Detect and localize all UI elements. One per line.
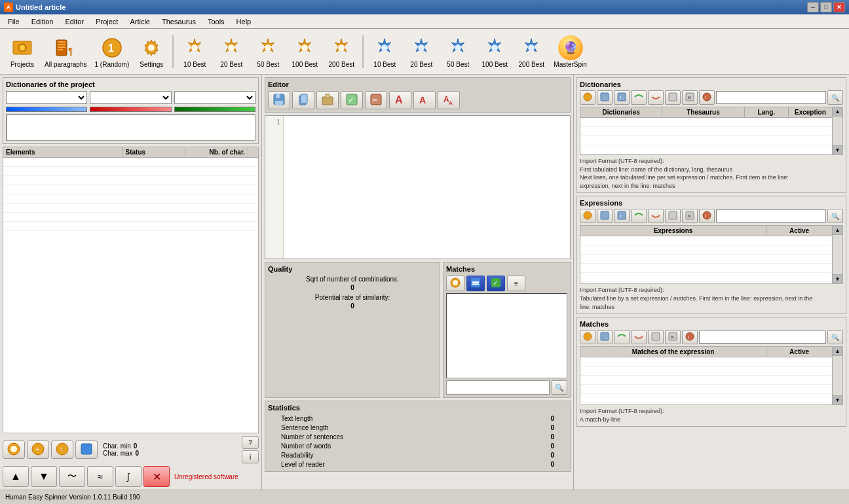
- re-btn-8[interactable]: !: [699, 209, 715, 223]
- re-btn-2[interactable]: [597, 209, 613, 223]
- maximize-button[interactable]: □: [820, 2, 832, 12]
- menu-help[interactable]: Help: [231, 16, 257, 27]
- rd-btn-3[interactable]: ↑: [614, 90, 630, 105]
- best100a-button[interactable]: 100 Best: [288, 34, 322, 69]
- ctrl-btn-2[interactable]: +: [27, 441, 49, 459]
- random-button[interactable]: 1 1 (Random): [92, 34, 132, 69]
- rm-btn-7[interactable]: !: [682, 330, 698, 344]
- info-btn-2[interactable]: i: [242, 450, 259, 463]
- rd-scrollbar[interactable]: ▲ ▼: [832, 107, 842, 154]
- re-btn-5[interactable]: [648, 209, 664, 223]
- re-btn-4[interactable]: [631, 209, 647, 223]
- info-btn-1[interactable]: ?: [242, 436, 259, 449]
- menu-thesaurus[interactable]: Thesaurus: [157, 16, 201, 27]
- ed-paste-btn[interactable]: [316, 91, 339, 109]
- masterspin-button[interactable]: 🔮 MasterSpin: [551, 34, 590, 69]
- right-matches-section: Matches ✕ ! 🔍 Matches of the expression …: [576, 317, 846, 427]
- close-button[interactable]: ✕: [833, 2, 845, 12]
- rm-btn-5[interactable]: [648, 330, 664, 344]
- stat-sentence-length-label: Sentence length: [281, 424, 328, 431]
- best20b-button[interactable]: 20 Best: [404, 34, 438, 69]
- projects-button[interactable]: Projects: [5, 34, 39, 69]
- svg-rect-64: [669, 211, 677, 219]
- ed-spell-btn[interactable]: ✓: [341, 91, 363, 109]
- rm-btn-3[interactable]: [614, 330, 630, 344]
- dict-project-section: Dictionaries of the project: [3, 77, 259, 144]
- settings-button[interactable]: Settings: [134, 34, 168, 69]
- menu-file[interactable]: File: [3, 16, 25, 27]
- best20a-icon: [219, 35, 244, 60]
- best50b-button[interactable]: 50 Best: [441, 34, 475, 69]
- ctrl-btn-1[interactable]: [3, 441, 25, 459]
- nav-wave2-btn[interactable]: ≈: [87, 466, 113, 487]
- ctrl-btn-4[interactable]: [75, 441, 98, 459]
- rm-btn-2[interactable]: [597, 330, 613, 344]
- ed-fontA-btn[interactable]: A: [389, 91, 411, 109]
- rd-btn-5[interactable]: [648, 90, 664, 105]
- ed-copy-btn[interactable]: [292, 91, 314, 109]
- ed-fontB-btn[interactable]: A: [413, 91, 436, 109]
- svg-rect-5: [58, 44, 66, 45]
- menu-edition[interactable]: Edition: [26, 16, 59, 27]
- rd-btn-2[interactable]: [597, 90, 613, 105]
- matches-btn-1[interactable]: [446, 276, 464, 291]
- ed-fontC-btn[interactable]: AA: [438, 91, 460, 109]
- rm-btn-4[interactable]: [631, 330, 647, 344]
- editor-textarea[interactable]: [284, 116, 570, 259]
- minimize-button[interactable]: ─: [807, 2, 819, 12]
- matches-btn-4[interactable]: ≡: [507, 276, 525, 291]
- menu-project[interactable]: Project: [90, 16, 123, 27]
- rm-btn-6[interactable]: ✕: [665, 330, 681, 344]
- svg-rect-48: [472, 283, 479, 285]
- menu-article[interactable]: Article: [124, 16, 155, 27]
- matches-search-btn[interactable]: 🔍: [552, 380, 567, 395]
- best50a-label: 50 Best: [257, 61, 279, 68]
- matches-btn-3[interactable]: ✓: [487, 276, 505, 291]
- best200b-button[interactable]: 200 Best: [514, 34, 548, 69]
- re-btn-3[interactable]: ↑: [614, 209, 630, 223]
- re-search-input[interactable]: [716, 209, 826, 223]
- best10b-button[interactable]: 10 Best: [368, 34, 402, 69]
- svg-point-45: [453, 280, 458, 285]
- nav-up-btn[interactable]: ▲: [3, 466, 29, 487]
- matches-input[interactable]: [446, 380, 550, 395]
- rd-search-btn[interactable]: 🔍: [827, 90, 843, 105]
- ctrl-btn-3[interactable]: ↑: [51, 441, 73, 459]
- rd-btn-4[interactable]: [631, 90, 647, 105]
- dict-dropdown-2[interactable]: [90, 91, 171, 104]
- editor-toolbar: ✓ ✂ A A AA: [268, 91, 567, 109]
- nav-down-btn[interactable]: ▼: [31, 466, 57, 487]
- best200a-button[interactable]: 200 Best: [324, 34, 358, 69]
- rd-btn-6[interactable]: [665, 90, 681, 105]
- rm-search-input[interactable]: [699, 331, 826, 344]
- re-btn-7[interactable]: ✕: [682, 209, 698, 223]
- best100b-button[interactable]: 100 Best: [478, 34, 512, 69]
- best10a-button[interactable]: 10 Best: [178, 34, 212, 69]
- dict-dropdown-3[interactable]: [174, 91, 255, 104]
- re-search-btn[interactable]: 🔍: [827, 209, 843, 223]
- best50a-button[interactable]: 50 Best: [251, 34, 285, 69]
- quality-title: Quality: [268, 265, 437, 273]
- rm-scrollbar[interactable]: ▲ ▼: [832, 347, 842, 405]
- rm-btn-1[interactable]: [580, 330, 595, 344]
- rd-search-input[interactable]: [716, 91, 826, 104]
- matches-btn-2[interactable]: [466, 276, 485, 291]
- ed-save-btn[interactable]: [268, 91, 290, 109]
- menu-editor[interactable]: Editor: [60, 16, 89, 27]
- rd-btn-1[interactable]: [580, 90, 595, 105]
- all-paragraphs-button[interactable]: ¶ All paragraphs: [42, 34, 89, 69]
- re-btn-1[interactable]: [580, 209, 595, 223]
- ed-cut-btn[interactable]: ✂: [365, 91, 387, 109]
- dict-dropdown-1[interactable]: [6, 91, 87, 104]
- rm-search-btn[interactable]: 🔍: [827, 330, 843, 344]
- nav-x-btn[interactable]: ✕: [143, 466, 170, 487]
- rd-btn-7[interactable]: ✕: [682, 90, 698, 105]
- best20a-button[interactable]: 20 Best: [214, 34, 248, 69]
- stat-num-words-label: Number of words: [281, 442, 331, 450]
- menu-tools[interactable]: Tools: [202, 16, 230, 27]
- re-scrollbar[interactable]: ▲ ▼: [832, 226, 842, 283]
- rd-btn-8[interactable]: !: [699, 90, 715, 105]
- re-btn-6[interactable]: [665, 209, 681, 223]
- nav-curve-btn[interactable]: ∫: [115, 466, 142, 487]
- nav-wave-btn[interactable]: 〜: [59, 466, 85, 487]
